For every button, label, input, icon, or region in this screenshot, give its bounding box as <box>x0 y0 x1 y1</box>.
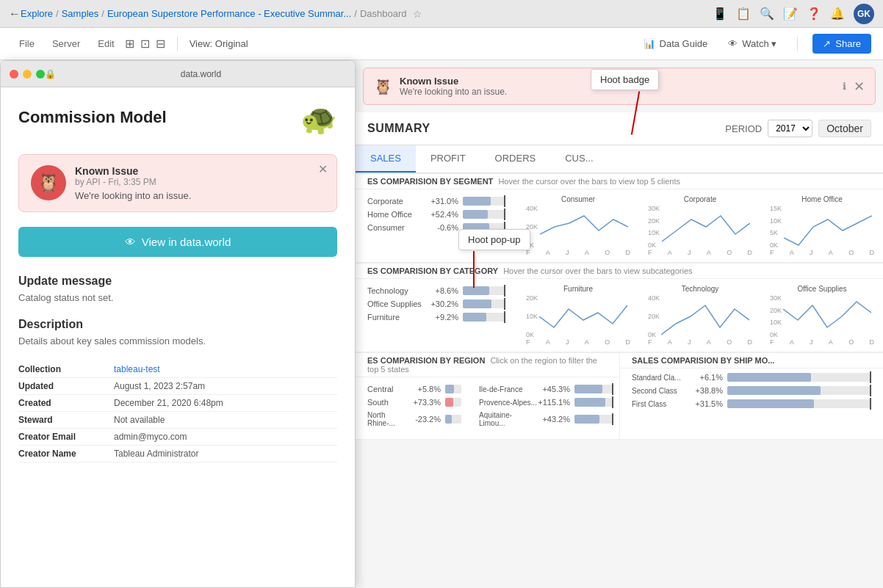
segment-section-title: ES COMPARISION BY SEGMENT <box>367 177 493 186</box>
table-row: Aquitaine-Limou... +43.2% <box>479 411 613 427</box>
period-control: PERIOD 201720162015 October <box>725 120 871 137</box>
list-item: StewardNot available <box>18 412 337 429</box>
toolbar-icon-3[interactable]: ⊟ <box>156 37 165 51</box>
avatar[interactable]: GK <box>854 4 874 24</box>
list-item: UpdatedAugust 1, 2023 2:57am <box>18 378 337 395</box>
hoot-byline: by API - Fri, 3:35 PM <box>75 177 325 187</box>
homeoffice-chart: Home Office 15K10K5K0K FAJAOD <box>761 194 883 258</box>
hoot-banner-close-button[interactable]: ✕ <box>854 79 865 95</box>
tab-server[interactable]: Server <box>45 35 87 52</box>
breadcrumb-report[interactable]: European Superstore Performance - Execut… <box>107 8 351 19</box>
table-row: Central +5.8% <box>367 385 461 393</box>
star-icon[interactable]: ☆ <box>413 8 422 20</box>
segment-grid: Corporate +31.0% Home Office +52.4% Cons… <box>356 189 883 263</box>
tab-customers[interactable]: CUS... <box>550 145 608 173</box>
breadcrumb-explore[interactable]: Explore <box>21 8 53 19</box>
breadcrumb-sep3: / <box>354 8 357 19</box>
update-section: Update message Catalog status not set. <box>18 275 337 303</box>
region-section-title: ES COMPARISION BY REGION <box>367 356 485 365</box>
tab-file[interactable]: File <box>12 35 42 52</box>
back-button[interactable]: ← <box>9 7 21 21</box>
homeoffice-line-chart <box>784 205 872 249</box>
toolbar-right: 📊 Data Guide 👁 Watch ▾ ↗ Share <box>638 34 871 54</box>
list-item: CreatedDecember 21, 2020 6:48pm <box>18 395 337 412</box>
toolbar-icon-1[interactable]: ⊞ <box>125 37 134 51</box>
tab-edit[interactable]: Edit <box>90 35 121 52</box>
table-row: Furniture +9.2% <box>367 313 505 322</box>
category-bar-chart: Technology +8.6% Office Supplies +30.2% … <box>356 283 517 347</box>
info-icon[interactable]: ℹ <box>843 81 846 92</box>
metadata-section: Collectiontableau-testUpdatedAugust 1, 2… <box>18 361 337 462</box>
breadcrumb-samples[interactable]: Samples <box>62 8 99 19</box>
clipboard-icon[interactable]: 📋 <box>736 7 751 21</box>
toolbar-icon-2[interactable]: ⊡ <box>140 37 150 51</box>
hoot-popup-annotation: Hoot pop-up <box>458 229 530 250</box>
table-row: Office Supplies +30.2% <box>367 300 505 308</box>
officesupplies-line-chart <box>783 294 871 338</box>
dashboard-tabs: SALES PROFIT ORDERS CUS... <box>356 145 883 173</box>
dashboard-title: SUMMARY <box>367 122 430 135</box>
toolbar-divider <box>177 37 178 51</box>
table-row: Home Office +52.4% <box>367 210 505 219</box>
ship-strip: SALES COMPARISION BY SHIP MO... <box>620 352 883 369</box>
category-hint: Hover the cursor over the bars to view s… <box>503 266 692 275</box>
share-label: Share <box>835 38 861 49</box>
share-button[interactable]: ↗ Share <box>812 34 871 54</box>
data-guide-icon: 📊 <box>644 38 655 49</box>
corporate-line-chart <box>662 205 750 249</box>
popup-chrome: 🔒 data.world <box>1 61 355 87</box>
table-row: Second Class +38.8% <box>632 386 871 395</box>
tab-orders[interactable]: ORDERS <box>480 145 551 173</box>
watch-button[interactable]: 👁 Watch ▾ <box>722 35 782 52</box>
dataworld-popup: 🔒 data.world Commission Model 🐢 🦉 Known … <box>0 60 356 588</box>
hoot-title: Known Issue <box>75 165 325 177</box>
technology-line-chart <box>661 294 749 338</box>
dot-close[interactable] <box>10 70 18 79</box>
dot-maximize[interactable] <box>36 70 45 79</box>
ship-section-container: SALES COMPARISION BY SHIP MO... Standard… <box>619 352 883 439</box>
popup-body: Commission Model 🐢 🦉 Known Issue by API … <box>1 87 355 477</box>
furniture-line-chart <box>539 294 627 338</box>
dashboard-area: Hoot badge Hoot pop-up 🦉 Known Issue We'… <box>356 60 883 588</box>
search-icon[interactable]: 🔍 <box>760 7 774 21</box>
toolbar-tabs: File Server Edit ⊞ ⊡ ⊟ <box>12 35 165 52</box>
help-icon[interactable]: ❓ <box>807 7 821 21</box>
tab-sales[interactable]: SALES <box>356 145 416 173</box>
table-row: Ile-de-France +45.3% <box>479 385 613 393</box>
chrome-dots <box>10 70 45 79</box>
tab-profit[interactable]: PROFIT <box>416 145 480 173</box>
description-section-title: Description <box>18 318 337 331</box>
corporate-chart: Corporate 30K20K10K0K FAJAOD <box>639 194 761 258</box>
commission-header: Commission Model 🐢 <box>18 102 337 137</box>
table-row: Technology +8.6% <box>367 286 505 295</box>
table-row: South +73.3% <box>367 398 461 407</box>
category-strip: ES COMPARISION BY CATEGORY Hover the cur… <box>356 263 883 279</box>
breadcrumb-sep2: / <box>101 8 104 19</box>
watch-label: Watch ▾ <box>742 38 776 49</box>
furniture-chart: Furniture 20K10K0K FAJAOD <box>517 283 639 347</box>
main-layout: 🔒 data.world Commission Model 🐢 🦉 Known … <box>0 60 883 588</box>
view-in-dataworld-button[interactable]: 👁 View in data.world <box>18 227 337 257</box>
toolbar-divider2 <box>797 37 798 51</box>
browser-actions: 📱 📋 🔍 📝 ❓ 🔔 GK <box>713 4 874 24</box>
browser-bar: ← Explore / Samples / European Superstor… <box>0 0 883 28</box>
update-section-title: Update message <box>18 275 337 288</box>
table-row: Provence-Alpes... +115.1% <box>479 398 613 407</box>
region-map-bars: Ile-de-France +45.3% Provence-Alpes... +… <box>473 382 619 435</box>
turtle-icon: 🐢 <box>300 102 337 137</box>
dot-minimize[interactable] <box>23 70 32 79</box>
mobile-icon[interactable]: 📱 <box>713 7 727 21</box>
consumer-line-chart <box>540 205 628 249</box>
period-month: October <box>818 120 871 137</box>
region-strip: ES COMPARISION BY REGION Click on the re… <box>356 352 619 377</box>
hoot-close-button[interactable]: ✕ <box>318 162 328 176</box>
hoot-notification: 🦉 Known Issue by API - Fri, 3:35 PM We'r… <box>18 154 337 212</box>
breadcrumb-dashboard: Dashboard <box>360 8 407 19</box>
description-section: Description Details about key sales comm… <box>18 318 337 346</box>
notification-icon[interactable]: 🔔 <box>830 7 845 21</box>
hoot-banner-owl-icon: 🦉 <box>374 78 392 95</box>
period-year-select[interactable]: 201720162015 <box>768 120 812 137</box>
edit-icon[interactable]: 📝 <box>783 7 798 21</box>
list-item: Collectiontableau-test <box>18 361 337 378</box>
data-guide-button[interactable]: 📊 Data Guide <box>638 35 714 52</box>
